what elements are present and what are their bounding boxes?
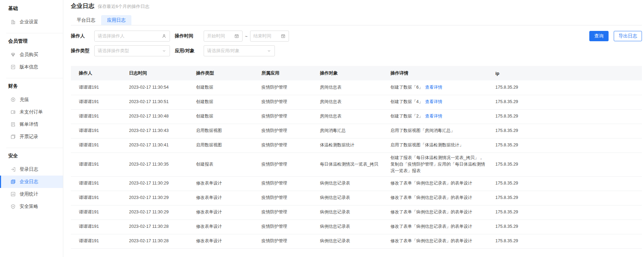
- sidebar-item-label: 充值: [20, 97, 29, 103]
- filter-label-type: 操作类型: [71, 48, 94, 54]
- cell-time: 2023-02-17 11:30:28: [121, 234, 188, 248]
- cell-operator: 谭谭谭191: [71, 153, 121, 176]
- detail-text: 创建了数据「6」: [390, 85, 423, 90]
- table-body: 谭谭谭1912023-02-17 11:30:54创建数据疫情防护管理房间信息表…: [71, 80, 642, 248]
- col-detail: 操作详情: [383, 66, 487, 80]
- filter-label-operator: 操作人: [71, 33, 94, 39]
- cell-ip: 175.8.35.29: [487, 176, 642, 191]
- app-object-select[interactable]: 请选择应用/对象: [204, 45, 275, 56]
- cell-operator: 谭谭谭191: [71, 109, 121, 124]
- sidebar-item-enterprise-settings[interactable]: 企业设置: [0, 16, 63, 28]
- start-time-input[interactable]: 开始时间: [204, 31, 243, 42]
- operator-select-input[interactable]: 请选择操作人: [94, 31, 170, 42]
- sidebar-item-label: 使用统计: [20, 191, 38, 197]
- cell-detail: 修改了表单「病例信息记录表」的表单设计: [383, 220, 487, 234]
- tab-platform-logs[interactable]: 平台日志: [71, 15, 101, 25]
- app-window: 基础企业设置会员管理会员购买版本信息财务充值未支付订单账单详情开票记录安全登录日…: [0, 0, 644, 257]
- view-details-link[interactable]: 查看详情: [425, 99, 442, 104]
- cell-time: 2023-02-17 11:30:35: [121, 153, 188, 176]
- cell-detail: 创建了数据「2」查看详情: [383, 109, 487, 124]
- wallet-icon: [10, 109, 16, 115]
- sidebar-item-enterprise-logs[interactable]: 企业日志: [0, 176, 63, 188]
- cell-app: 疫情防护管理: [254, 109, 312, 124]
- cell-ip: 175.8.35.29: [487, 191, 642, 205]
- bill-icon: [10, 122, 16, 127]
- sidebar-item-label: 企业日志: [20, 179, 38, 185]
- sidebar-item-bill-details[interactable]: 账单详情: [0, 118, 63, 131]
- sidebar-item-login-logs[interactable]: 登录日志: [0, 163, 63, 176]
- end-time-input[interactable]: 结束时间: [250, 31, 289, 42]
- cell-type: 修改表单设计: [188, 234, 254, 248]
- cell-target: 体温检测数据统计: [312, 138, 383, 153]
- cell-time: 2023-02-17 11:30:29: [121, 191, 188, 205]
- filter-panel: 操作人 请选择操作人 操作时间 开始时间 ~ 结束时间: [71, 25, 642, 56]
- cell-target: 病例信息记录表: [312, 234, 383, 248]
- cell-app: 疫情防护管理: [254, 234, 312, 248]
- cell-detail: 启用了数据视图「房间消毒汇总」: [383, 124, 487, 138]
- cell-type: 创建数据: [188, 109, 254, 124]
- cell-time: 2023-02-17 11:30:41: [121, 138, 188, 153]
- table-row: 谭谭谭1912023-02-17 11:30:29修改表单设计疫情防护管理病例信…: [71, 191, 642, 205]
- app-object-placeholder: 请选择应用/对象: [207, 48, 240, 54]
- sidebar-item-member-purchase[interactable]: 会员购买: [0, 48, 63, 61]
- cell-operator: 谭谭谭191: [71, 234, 121, 248]
- cell-detail: 修改了表单「病例信息记录表」的表单设计: [383, 234, 487, 248]
- export-log-button[interactable]: 导出日志: [614, 31, 642, 41]
- cell-app: 疫情防护管理: [254, 205, 312, 220]
- cell-operator: 谭谭谭191: [71, 191, 121, 205]
- page-title: 企业日志: [71, 2, 94, 10]
- sidebar-item-unpaid-orders[interactable]: 未支付订单: [0, 106, 63, 118]
- sidebar-item-label: 未支付订单: [20, 109, 43, 115]
- view-details-link[interactable]: 查看详情: [425, 114, 442, 119]
- cell-target: 病例信息记录表: [312, 205, 383, 220]
- cell-app: 疫情防护管理: [254, 95, 312, 109]
- start-time-placeholder: 开始时间: [207, 33, 225, 39]
- detail-text: 创建了数据「4」: [390, 99, 423, 104]
- sidebar-item-invoice-records[interactable]: 开票记录: [0, 131, 63, 143]
- cell-type: 修改表单设计: [188, 176, 254, 191]
- cell-target: 病例信息记录表: [312, 220, 383, 234]
- main-content: 企业日志 保存最近6个月的操作日志 平台日志应用日志 操作人 请选择操作人 操作…: [63, 0, 644, 257]
- bar-chart-icon: [10, 191, 16, 197]
- table-row: 谭谭谭1912023-02-17 11:30:51创建数据疫情防护管理房间信息表…: [71, 95, 642, 109]
- table-row: 谭谭谭1912023-02-17 11:30:28修改表单设计疫情防护管理病例信…: [71, 234, 642, 248]
- shield-plus-icon: [10, 204, 16, 209]
- col-ip: ip: [487, 66, 642, 80]
- col-operator: 操作人: [71, 66, 121, 80]
- cell-time: 2023-02-17 11:30:48: [121, 109, 188, 124]
- search-button[interactable]: 查询: [589, 31, 609, 41]
- cell-target: 房间消毒汇总: [312, 124, 383, 138]
- building-icon: [10, 19, 16, 25]
- cell-operator: 谭谭谭191: [71, 95, 121, 109]
- cell-ip: 175.8.35.29: [487, 205, 642, 220]
- cell-type: 创建数据: [188, 80, 254, 95]
- table-row: 谭谭谭1912023-02-17 11:30:35创建报表疫情防护管理每日体温检…: [71, 153, 642, 176]
- cell-target: 房间信息表: [312, 95, 383, 109]
- cell-ip: 175.8.35.29: [487, 234, 642, 248]
- operation-type-select[interactable]: 请选择操作类型: [94, 45, 170, 56]
- cell-target: 房间信息表: [312, 80, 383, 95]
- detail-text: 修改了表单「病例信息记录表」的表单设计: [390, 238, 472, 243]
- sidebar-item-label: 版本信息: [20, 64, 38, 70]
- tab-app-logs[interactable]: 应用日志: [101, 15, 131, 25]
- cell-app: 疫情防护管理: [254, 191, 312, 205]
- invoice-icon: [10, 134, 16, 139]
- cell-target: 病例信息记录表: [312, 191, 383, 205]
- sidebar-section-title: 安全: [0, 151, 63, 163]
- sidebar-item-recharge[interactable]: 充值: [0, 93, 63, 106]
- filter-label-app: 应用/对象: [175, 48, 204, 54]
- chevron-down-icon: [267, 48, 271, 53]
- cell-type: 创建报表: [188, 153, 254, 176]
- cell-time: 2023-02-17 11:30:29: [121, 176, 188, 191]
- sidebar-item-version-info[interactable]: 版本信息: [0, 61, 63, 73]
- login-icon: [10, 167, 16, 172]
- view-details-link[interactable]: 查看详情: [425, 85, 442, 90]
- page-subtitle: 保存最近6个月的操作日志: [98, 3, 149, 10]
- sidebar-item-security-policy[interactable]: 安全策略: [0, 200, 63, 213]
- sidebar-item-label: 开票记录: [20, 134, 38, 140]
- detail-text: 启用了数据视图「体温检测数据统计」: [390, 143, 464, 147]
- sidebar-item-usage-stats[interactable]: 使用统计: [0, 188, 63, 200]
- cell-operator: 谭谭谭191: [71, 176, 121, 191]
- sidebar: 基础企业设置会员管理会员购买版本信息财务充值未支付订单账单详情开票记录安全登录日…: [0, 0, 63, 257]
- cell-type: 修改表单设计: [188, 191, 254, 205]
